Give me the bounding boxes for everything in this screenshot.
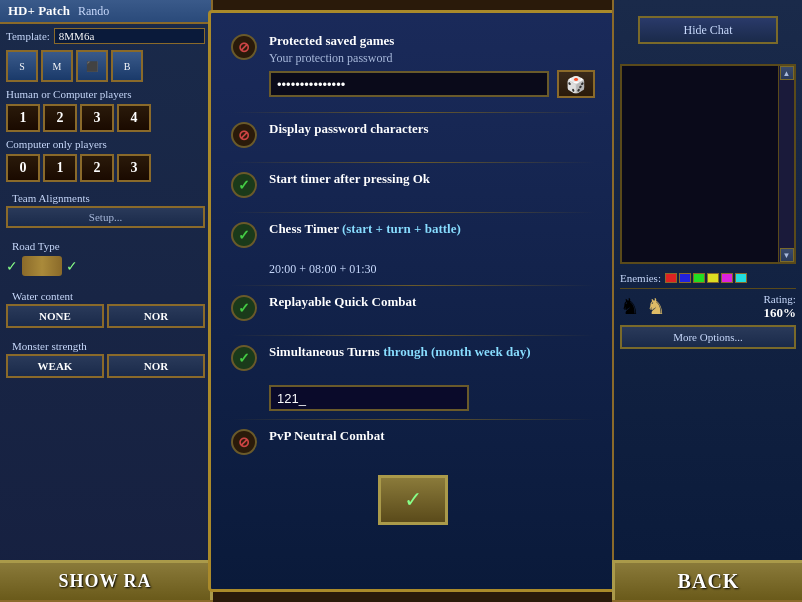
water-section: Water content NONE NOR (0, 282, 211, 332)
knight-right-icon: ♞ (646, 294, 666, 320)
rating-section: ♞ ♞ Rating: 160% (620, 288, 796, 321)
more-options-button[interactable]: More Options... (620, 325, 796, 349)
top-bar: HD+ Patch Rando (0, 0, 211, 24)
monster-nor-btn[interactable]: NOR (107, 354, 205, 378)
show-random-button[interactable]: SHOW RA (0, 560, 213, 600)
scroll-up-arrow[interactable]: ▲ (780, 66, 794, 80)
replayable-title: Replayable Quick Combat (269, 294, 595, 310)
chess-timer-text: Chess Timer (start + turn + battle) (269, 221, 595, 237)
rating-value: 160% (764, 305, 797, 321)
no-symbol-icon: ⊘ (238, 39, 250, 56)
computer-label: Computer only players (0, 134, 211, 152)
right-panel: Hide Chat ▲ ▼ Enemies: ♞ ♞ (612, 0, 802, 602)
monster-options-row: WEAK NOR (6, 354, 205, 378)
right-knight: ♞ (646, 294, 666, 320)
start-timer-icon: ✓ (231, 172, 257, 198)
setup-button[interactable]: Setup... (6, 206, 205, 228)
chat-scrollbar: ▲ ▼ (778, 66, 794, 262)
monster-weak-btn[interactable]: WEAK (6, 354, 104, 378)
app-subtitle: Rando (78, 4, 109, 19)
road-row: ✓ ✓ (6, 254, 205, 278)
computer-num-1[interactable]: 1 (43, 154, 77, 182)
enemies-label: Enemies: (620, 272, 661, 284)
check-icon: ✓ (238, 177, 250, 194)
chat-area: ▲ ▼ (620, 64, 796, 264)
simultaneous-text: Simultaneous Turns through (month week d… (269, 344, 595, 360)
option-simultaneous: ✓ Simultaneous Turns through (month week… (231, 344, 595, 371)
flag-red (665, 273, 677, 283)
water-none-btn[interactable]: NONE (6, 304, 104, 328)
monster-section: Monster strength WEAK NOR (0, 332, 211, 382)
template-value: 8MM6a (54, 28, 205, 44)
protected-saved-text: Protected saved games Your protection pa… (269, 33, 595, 98)
replayable-icon: ✓ (231, 295, 257, 321)
team-label: Team Alignments (6, 188, 205, 206)
road-check2-icon: ✓ (66, 258, 78, 275)
icon-btn-m[interactable]: M (41, 50, 73, 82)
divider-2 (231, 162, 595, 163)
human-num-1[interactable]: 1 (6, 104, 40, 132)
back-button[interactable]: BACK (612, 560, 802, 600)
app-title: HD+ Patch (8, 3, 70, 19)
monster-label: Monster strength (6, 336, 205, 354)
road-check-icon: ✓ (6, 258, 18, 275)
option-pvp: ⊘ PvP Neutral Combat (231, 428, 595, 455)
scroll-down-arrow[interactable]: ▼ (780, 248, 794, 262)
template-label: Template: (6, 30, 50, 42)
human-num-3[interactable]: 3 (80, 104, 114, 132)
option-protected-saved: ⊘ Protected saved games Your protection … (231, 33, 595, 98)
start-timer-title: Start timer after pressing Ok (269, 171, 595, 187)
flag-cyan (735, 273, 747, 283)
flag-icons (665, 273, 747, 283)
password-input[interactable] (269, 71, 549, 97)
center-content: ⊘ Protected saved games Your protection … (211, 13, 615, 535)
check3-icon: ✓ (238, 300, 250, 317)
dice-button[interactable]: 🎲 (557, 70, 595, 98)
computer-num-3[interactable]: 3 (117, 154, 151, 182)
rating-info: Rating: 160% (764, 293, 797, 321)
human-num-2[interactable]: 2 (43, 104, 77, 132)
sim-turns-input-row (231, 385, 595, 411)
chess-timer-detail: 20:00 + 08:00 + 01:30 (231, 262, 595, 277)
simultaneous-title: Simultaneous Turns through (month week d… (269, 344, 595, 360)
option-replayable: ✓ Replayable Quick Combat (231, 294, 595, 321)
water-nor-btn[interactable]: NOR (107, 304, 205, 328)
sim-turns-input[interactable] (269, 385, 469, 411)
chess-timer-icon: ✓ (231, 222, 257, 248)
confirm-button[interactable]: ✓ (378, 475, 448, 525)
rating-label: Rating: (764, 293, 797, 305)
check2-icon: ✓ (238, 227, 250, 244)
road-label: Road Type (6, 236, 205, 254)
icon-btn-s[interactable]: S (6, 50, 38, 82)
replayable-text: Replayable Quick Combat (269, 294, 595, 310)
hide-chat-button[interactable]: Hide Chat (638, 16, 778, 44)
knight-left-icon: ♞ (620, 294, 640, 320)
right-info: Enemies: ♞ ♞ Rating: 160% More O (614, 268, 802, 353)
right-top: Hide Chat (614, 0, 802, 60)
enemies-row: Enemies: (620, 272, 796, 284)
flag-blue (679, 273, 691, 283)
display-password-text: Display password characters (269, 121, 595, 137)
water-label: Water content (6, 286, 205, 304)
computer-num-2[interactable]: 2 (80, 154, 114, 182)
flag-green (693, 273, 705, 283)
divider-5 (231, 335, 595, 336)
no-symbol2-icon: ⊘ (238, 127, 250, 144)
computer-num-0[interactable]: 0 (6, 154, 40, 182)
divider-6 (231, 419, 595, 420)
human-num-4[interactable]: 4 (117, 104, 151, 132)
team-section: Team Alignments Setup... (0, 184, 211, 232)
icon-btn-b[interactable]: B (111, 50, 143, 82)
display-password-icon: ⊘ (231, 122, 257, 148)
center-panel: ⊘ Protected saved games Your protection … (208, 10, 618, 592)
confirm-icon: ✓ (404, 487, 422, 513)
water-options-row: NONE NOR (6, 304, 205, 328)
road-section: Road Type ✓ ✓ (0, 232, 211, 282)
display-password-title: Display password characters (269, 121, 595, 137)
icon-row: S M ⬛ B (0, 48, 211, 84)
icon-btn-3[interactable]: ⬛ (76, 50, 108, 82)
pvp-text: PvP Neutral Combat (269, 428, 595, 444)
divider-4 (231, 285, 595, 286)
option-display-password: ⊘ Display password characters (231, 121, 595, 148)
show-random-bar: SHOW RA (0, 560, 213, 600)
